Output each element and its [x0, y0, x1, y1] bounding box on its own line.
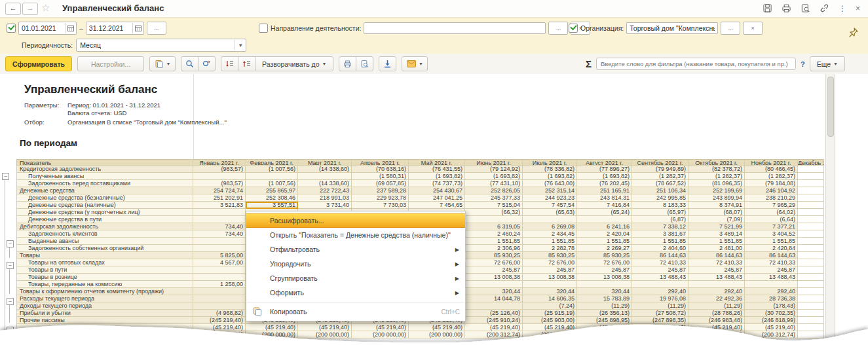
row-label-cell[interactable]: Кредиторская задолженность [16, 166, 193, 173]
table-cell[interactable]: 13 008,38 [523, 274, 577, 281]
table-cell[interactable] [193, 295, 246, 302]
table-cell[interactable]: 6 319,05 [465, 223, 523, 230]
table-cell[interactable]: 1 551,85 [577, 238, 632, 245]
table-cell[interactable]: 72 676,00 [577, 259, 632, 266]
expand-to-button[interactable]: Разворачивать до▼ [255, 56, 333, 71]
table-cell[interactable]: 320,44 [577, 288, 632, 295]
table-cell[interactable]: 1 258,00 [193, 281, 246, 288]
table-cell[interactable]: (79 124,92) [465, 166, 523, 173]
table-cell[interactable]: (26 356,13) [577, 310, 632, 317]
collapse-rows-icon[interactable] [238, 56, 255, 71]
table-cell[interactable]: (247 898,35) [632, 317, 689, 324]
table-cell[interactable]: 2 481,00 [689, 245, 745, 252]
table-cell[interactable]: (45 219,40) [745, 324, 798, 331]
table-cell[interactable]: (25 915,19) [523, 310, 577, 317]
table-cell[interactable]: 7 521,99 [689, 223, 745, 230]
table-cell[interactable] [798, 281, 824, 288]
chevron-down-icon[interactable]: ▼ [235, 40, 246, 50]
row-header-column[interactable]: Показатель [16, 159, 193, 166]
org-input[interactable] [626, 22, 718, 34]
table-cell[interactable]: 245 377,33 [465, 194, 523, 202]
table-cell[interactable] [465, 281, 523, 288]
table-cell[interactable]: (77 896,27) [577, 166, 632, 173]
settings-button[interactable]: Настройки... [77, 56, 144, 71]
table-cell[interactable]: (1 007,56) [246, 166, 298, 173]
table-cell[interactable]: 3 731,40 [298, 202, 352, 209]
calendar-icon[interactable] [132, 23, 143, 33]
table-cell[interactable]: 6 269,08 [523, 223, 577, 230]
table-cell[interactable]: 252 315,14 [523, 187, 577, 194]
table-cell[interactable] [798, 194, 824, 202]
row-label-cell[interactable]: Задолженность клиентов [16, 230, 193, 238]
table-cell[interactable] [798, 223, 824, 230]
column-header-cell[interactable]: Февраль 2021 г. [246, 159, 298, 166]
column-header-cell[interactable]: Декабрь 2021 г. [798, 159, 824, 166]
table-cell[interactable]: 19 976,08 [632, 295, 689, 302]
table-cell[interactable]: 252 199,69 [689, 187, 745, 194]
table-cell[interactable]: 28 736,38 [745, 295, 798, 302]
activity-checkbox[interactable] [259, 24, 268, 33]
date-to-input[interactable] [86, 23, 132, 33]
table-cell[interactable]: 292,40 [745, 288, 798, 295]
table-cell[interactable]: (45 219,40) [352, 324, 409, 331]
date-from-input[interactable] [19, 23, 65, 33]
table-cell[interactable] [798, 274, 824, 281]
table-cell[interactable]: 7 965,29 [745, 202, 798, 209]
table-cell[interactable] [798, 317, 824, 324]
table-cell[interactable]: (45 219,40) [465, 324, 523, 331]
table-cell[interactable]: (27 508,72) [632, 310, 689, 317]
table-cell[interactable]: 85 930,25 [465, 252, 523, 259]
pin-icon[interactable] [848, 27, 859, 37]
column-header-cell[interactable]: Май 2021 г. [409, 159, 465, 166]
table-cell[interactable]: 247 041,25 [409, 194, 465, 202]
table-cell[interactable] [798, 245, 824, 252]
print-icon[interactable] [339, 56, 356, 71]
table-cell[interactable]: (246 818,99) [745, 317, 798, 324]
row-label-cell[interactable]: Денежные средства в пути [16, 216, 193, 223]
table-cell[interactable]: 229 923,78 [352, 194, 409, 202]
table-cell[interactable]: 251 106,34 [632, 187, 689, 194]
table-cell[interactable]: (82 378,72) [689, 166, 745, 173]
table-cell[interactable]: (45 219,40) [523, 324, 577, 331]
table-cell[interactable]: 2 420,84 [745, 245, 798, 252]
collapse-minus-icon[interactable]: – [7, 262, 14, 269]
table-cell[interactable]: (200 000,00) [193, 331, 246, 338]
row-label-cell[interactable]: Товары [16, 252, 193, 259]
table-cell[interactable]: 245,87 [465, 266, 523, 274]
table-cell[interactable]: (1 007,56) [246, 180, 298, 187]
table-cell[interactable]: 1 551,85 [689, 238, 745, 245]
table-cell[interactable]: 86 144,63 [689, 252, 745, 259]
table-cell[interactable] [798, 238, 824, 245]
table-cell[interactable]: 7 338,12 [632, 223, 689, 230]
table-cell[interactable]: (76 202,45) [577, 180, 632, 187]
table-cell[interactable]: 246 104,92 [745, 187, 798, 194]
table-cell[interactable]: 2 460,24 [465, 230, 523, 238]
table-cell[interactable]: 85 930,25 [523, 252, 577, 259]
table-cell[interactable] [798, 302, 824, 310]
more-kebab-icon[interactable]: ⋮ [839, 4, 846, 13]
table-cell[interactable]: 243 899,94 [689, 194, 745, 202]
row-label-cell[interactable]: Дебиторская задолженность [16, 223, 193, 230]
table-cell[interactable]: 7 377,21 [745, 223, 798, 230]
table-cell[interactable]: (45 219,40) [193, 324, 246, 331]
table-cell[interactable] [798, 310, 824, 317]
table-cell[interactable]: (200 312,74) [577, 331, 632, 338]
table-cell[interactable] [193, 245, 246, 252]
table-cell[interactable]: 734,40 [193, 230, 246, 238]
table-cell[interactable]: (45 219,40) [246, 324, 298, 331]
table-cell[interactable]: 254 724,74 [193, 187, 246, 194]
column-header-cell[interactable]: Март 2021 г. [298, 159, 352, 166]
table-cell[interactable]: (1 282,37) [632, 173, 689, 180]
table-cell[interactable]: (6,64) [745, 216, 798, 223]
column-header-cell[interactable]: Сентябрь 2021 г. [632, 159, 689, 166]
table-cell[interactable]: 2 434,45 [523, 230, 577, 238]
table-cell[interactable]: (65,24) [577, 209, 632, 216]
table-cell[interactable]: 3 404,52 [745, 230, 798, 238]
row-label-cell[interactable]: Прочие пассивы [16, 317, 193, 324]
table-cell[interactable]: (200 312,74) [465, 331, 523, 338]
column-header-cell[interactable]: Апрель 2021 г. [352, 159, 409, 166]
table-cell[interactable]: (983,57) [193, 180, 246, 187]
date-from-field[interactable] [18, 22, 77, 35]
table-cell[interactable]: (200 000,00) [352, 331, 409, 338]
periodicity-combo[interactable]: Месяц ▼ [76, 39, 246, 52]
